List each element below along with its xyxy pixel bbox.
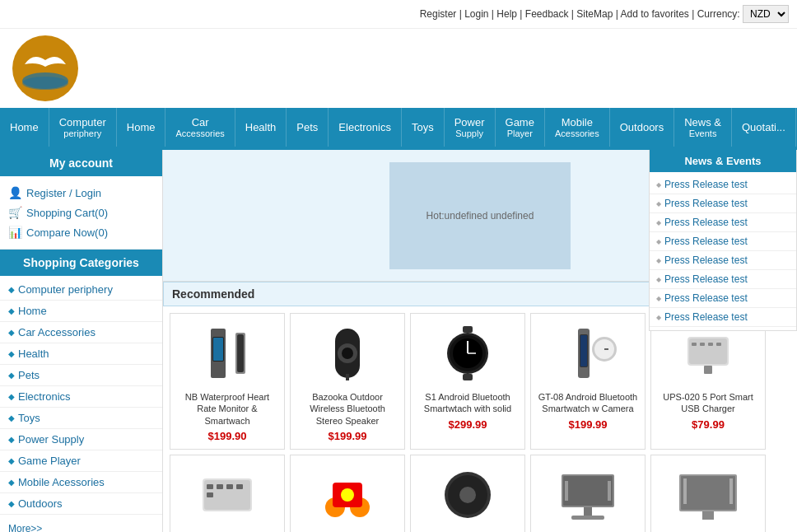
category-list: ◆Computer periphery◆Home◆Car Accessories… [0,276,162,518]
svg-rect-34 [207,484,213,489]
cat-bullet-icon: ◆ [8,371,15,380]
news-list-item[interactable]: ◆Press Release test [650,175,796,194]
svg-rect-28 [700,343,705,346]
product-card[interactable]: NB Waterproof Heart Rate Monitor & Smart… [170,313,285,450]
product-card[interactable]: Toy item [290,455,405,532]
svg-rect-53 [681,476,735,510]
sidebar-cat-item[interactable]: ◆Computer periphery [0,279,162,301]
sidebar-cat-item[interactable]: ◆Health [0,343,162,365]
product-card[interactable]: S1 Android Bluetooth Smartwtach with sol… [410,313,525,450]
products-grid-row1: NB Waterproof Heart Rate Monitor & Smart… [163,313,797,450]
product-card[interactable]: UPS-020 5 Port Smart USB Charger $79.99 [650,313,766,450]
news-list-item[interactable]: ◆Press Release test [650,213,796,232]
svg-point-2 [22,77,68,90]
svg-point-0 [12,35,78,101]
main-layout: My account 👤 Register / Login 🛒 Shopping… [0,150,797,532]
sidebar-cat-item[interactable]: ◆Electronics [0,386,162,408]
svg-rect-36 [226,484,233,489]
svg-rect-49 [571,516,604,520]
products-grid-row2: USB Hub Toy item Round device [163,450,797,532]
product-card[interactable]: USB Hub [170,455,285,532]
news-list-item[interactable]: ◆Press Release test [650,270,796,289]
sidebar-cat-item[interactable]: ◆Power Supply [0,429,162,450]
news-list-item[interactable]: ◆Press Release test [650,308,796,327]
more-categories-link[interactable]: More>> [0,518,162,532]
svg-rect-50 [565,481,568,501]
nav-outdoors[interactable]: Outdoors [610,108,674,147]
nav-home[interactable]: Home [0,108,49,147]
svg-rect-27 [692,343,697,346]
product-price: $79.99 [656,418,760,431]
svg-point-45 [459,487,476,503]
shopping-cart-link[interactable]: 🛒 Shopping Cart(0) [8,203,154,222]
news-list-item[interactable]: ◆Press Release test [650,251,796,270]
nav-car-accessories[interactable]: Car Accessories [165,108,235,147]
product-card[interactable]: TV Mount [530,455,646,532]
news-list: ◆Press Release test◆Press Release test◆P… [650,172,796,330]
product-card[interactable]: Bazooka Outdoor Wireless Bluetooth Stere… [290,313,405,450]
news-bullet-icon: ◆ [656,181,661,189]
product-card[interactable]: GT-08 Android Bluetooth Smartwatch w Cam… [530,313,646,450]
cat-bullet-icon: ◆ [8,328,15,337]
product-card[interactable]: Round device [410,455,525,532]
sidebar-cat-item[interactable]: ◆Toys [0,408,162,429]
svg-point-42 [341,488,354,502]
cat-bullet-icon: ◆ [8,349,15,358]
product-name: UPS-020 5 Port Smart USB Charger [656,391,760,415]
sidebar-cat-item[interactable]: ◆Pets [0,365,162,386]
compare-now-link[interactable]: 📊 Compare Now(0) [8,222,154,242]
svg-rect-26 [689,338,727,364]
cat-bullet-icon: ◆ [8,435,15,444]
svg-rect-30 [716,343,721,346]
news-bullet-icon: ◆ [656,276,661,283]
nav-computer-periphery[interactable]: Computer periphery [49,108,117,147]
news-list-item[interactable]: ◆Press Release test [650,232,796,251]
product-image [296,320,399,386]
feedback-link[interactable]: Feedback [525,8,569,20]
news-bullet-icon: ◆ [656,219,661,226]
news-bullet-icon: ◆ [656,314,661,321]
sidebar-cat-item[interactable]: ◆Game Player [0,450,162,472]
sidebar-cat-item[interactable]: ◆Home [0,301,162,322]
nav-health[interactable]: Health [235,108,287,147]
content-area: Hot:undefined undefined News & Events ◆P… [163,150,797,532]
news-bullet-icon: ◆ [656,295,661,302]
nav-pets[interactable]: Pets [287,108,329,147]
product-image [536,462,640,528]
logo[interactable] [8,35,82,101]
help-link[interactable]: Help [496,8,517,20]
register-login-link[interactable]: 👤 Register / Login [8,183,154,203]
nav-mobile-acessories[interactable]: Mobile Acessories [545,108,610,147]
nav-power-supply[interactable]: Power Supply [445,108,496,147]
user-icon: 👤 [8,186,22,199]
register-link[interactable]: Register [420,8,457,20]
svg-rect-21 [580,335,587,366]
nav-news-events[interactable]: News & Events [674,108,732,147]
login-link[interactable]: Login [464,8,488,20]
cat-bullet-icon: ◆ [8,478,15,487]
svg-rect-29 [708,343,713,346]
sidebar-cat-item[interactable]: ◆Mobile Acessories [0,472,162,493]
compare-icon: 📊 [8,226,22,239]
sidebar-cat-item[interactable]: ◆Outdoors [0,493,162,515]
nav-home2[interactable]: Home [117,108,166,147]
sitemap-link[interactable]: SiteMap [576,8,613,20]
nav-quotations[interactable]: Quotati... [732,108,796,147]
product-name: GT-08 Android Bluetooth Smartwatch w Cam… [536,391,640,415]
favorites-link[interactable]: Add to favorites [620,8,688,20]
svg-rect-38 [207,492,213,497]
shopping-categories-title: Shopping Categories [0,250,162,276]
cat-bullet-icon: ◆ [8,413,15,422]
product-card[interactable]: Wall Bracket [650,455,766,532]
product-price: $299.99 [416,418,520,431]
product-image [416,320,520,386]
nav-electronics[interactable]: Electronics [329,108,402,147]
product-image [296,462,399,528]
cart-icon: 🛒 [8,206,22,219]
nav-game-player[interactable]: Game Player [496,108,545,147]
nav-toys[interactable]: Toys [402,108,445,147]
currency-select[interactable]: NZD USD EUR GBP [743,5,789,23]
news-list-item[interactable]: ◆Press Release test [650,289,796,308]
sidebar-cat-item[interactable]: ◆Car Accessories [0,322,162,343]
news-list-item[interactable]: ◆Press Release test [650,194,796,213]
